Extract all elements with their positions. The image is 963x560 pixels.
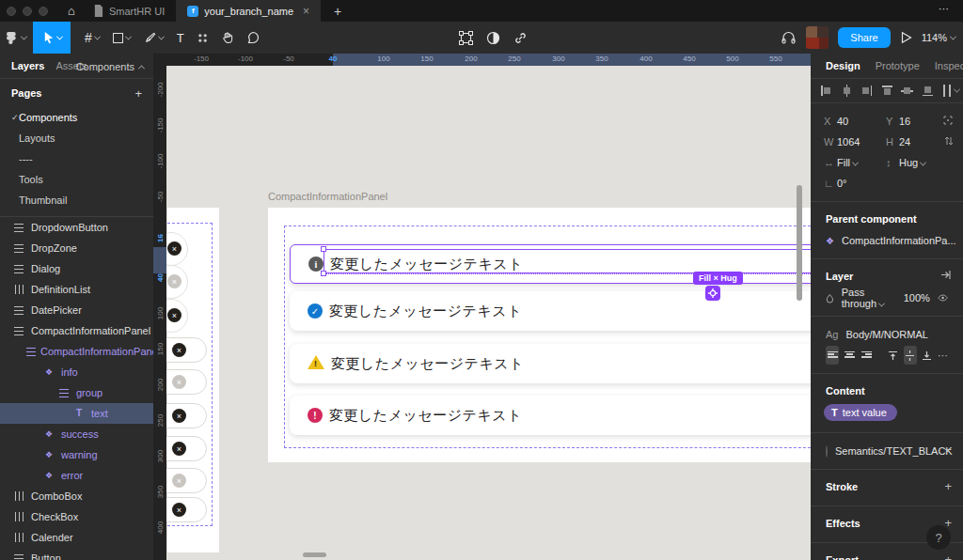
edit-object-icon[interactable] xyxy=(459,31,473,45)
layer-row-text[interactable]: Ttext xyxy=(0,403,153,424)
message-card-success[interactable]: ✓変更したメッセージテキスト xyxy=(290,291,811,331)
text-valign-bottom-button[interactable] xyxy=(921,346,934,365)
add-page-button[interactable]: + xyxy=(134,86,142,101)
x-input[interactable]: 40 xyxy=(837,116,886,127)
vertical-sizing-select[interactable]: Hug xyxy=(899,157,948,168)
color-style-row[interactable]: Semantics/TEXT_BLACK xyxy=(811,441,963,461)
window-menu-icon[interactable]: ⋯ xyxy=(939,3,950,15)
close-icon[interactable]: × xyxy=(167,308,182,322)
new-tab-button[interactable]: + xyxy=(334,4,341,19)
close-icon[interactable]: × xyxy=(172,503,186,517)
layer-row-calender[interactable]: Calender xyxy=(0,527,153,548)
layer-row-group[interactable]: group xyxy=(0,382,153,403)
file-tab-smarthr-ui[interactable]: SmartHR UI xyxy=(82,0,176,22)
text-valign-middle-button[interactable] xyxy=(904,346,917,365)
layer-row-compactinformationpanel[interactable]: CompactInformationPanel xyxy=(0,320,153,341)
help-button[interactable]: ? xyxy=(926,525,951,550)
hand-tool-button[interactable] xyxy=(214,22,240,54)
comment-tool-button[interactable] xyxy=(240,22,266,54)
mask-icon[interactable] xyxy=(486,31,500,45)
text-align-right-button[interactable] xyxy=(860,346,873,365)
layer-row-error[interactable]: ❖error xyxy=(0,465,153,486)
page-item-components[interactable]: ✓Components xyxy=(0,107,153,128)
layer-row-dialog[interactable]: Dialog xyxy=(0,258,153,279)
distribute-menu-icon[interactable] xyxy=(941,85,954,97)
tab-prototype[interactable]: Prototype xyxy=(876,60,920,71)
move-tool-button[interactable] xyxy=(33,22,71,54)
close-icon[interactable]: × xyxy=(167,274,182,288)
content-property-pill[interactable]: T text value xyxy=(824,404,897,421)
file-tab-your-branch[interactable]: f your_branch_name × xyxy=(176,0,321,22)
link-icon[interactable] xyxy=(513,31,528,45)
rotation-input[interactable]: 0° xyxy=(837,178,886,189)
align-horizontal-center-icon[interactable] xyxy=(841,85,853,97)
zoom-level-control[interactable]: 114% xyxy=(922,32,955,43)
share-button[interactable]: Share xyxy=(838,27,890,48)
page-item-layouts[interactable]: Layouts xyxy=(0,128,153,148)
autolayout-settings-button[interactable] xyxy=(705,286,720,301)
width-input[interactable]: 1064 xyxy=(837,136,886,148)
text-align-center-button[interactable] xyxy=(843,346,856,365)
align-bottom-icon[interactable] xyxy=(922,85,934,97)
height-input[interactable]: 24 xyxy=(899,136,948,148)
text-align-left-button[interactable] xyxy=(826,346,839,365)
type-details-button[interactable]: ⋯ xyxy=(938,350,948,362)
tab-layers[interactable]: Layers xyxy=(11,60,44,71)
selection-handle[interactable] xyxy=(321,246,326,252)
close-icon[interactable]: × xyxy=(172,474,186,488)
resources-tool-button[interactable] xyxy=(191,22,214,54)
opacity-input[interactable]: 100% xyxy=(904,292,930,303)
frame-label[interactable]: CompactInformationPanel xyxy=(268,191,387,202)
add-stroke-button[interactable]: + xyxy=(944,479,952,493)
layer-row-info[interactable]: ❖info xyxy=(0,362,153,382)
tab-inspect[interactable]: Inspect xyxy=(935,60,963,71)
align-left-icon[interactable] xyxy=(820,85,832,97)
traffic-light-minimize[interactable] xyxy=(23,7,32,16)
layer-row-datepicker[interactable]: DatePicker xyxy=(0,300,153,320)
y-input[interactable]: 16 xyxy=(899,116,948,127)
remove-fill-button[interactable]: − xyxy=(944,443,952,457)
headphones-icon[interactable] xyxy=(781,30,797,45)
align-vertical-center-icon[interactable] xyxy=(901,85,913,97)
home-icon[interactable]: ⌂ xyxy=(61,4,82,18)
shape-tool-button[interactable] xyxy=(106,22,137,54)
page-item-tools[interactable]: Tools xyxy=(0,169,153,190)
visibility-eye-icon[interactable] xyxy=(938,293,948,303)
layer-row-button[interactable]: Button xyxy=(0,548,153,560)
layer-jump-icon[interactable] xyxy=(939,269,952,283)
align-top-icon[interactable] xyxy=(881,85,893,97)
selection-handle[interactable] xyxy=(321,271,326,276)
traffic-light-close[interactable] xyxy=(7,7,16,16)
pen-tool-button[interactable] xyxy=(137,22,170,54)
text-valign-top-button[interactable] xyxy=(886,346,899,365)
library-selector[interactable]: Components xyxy=(76,61,144,72)
layer-row-warning[interactable]: ❖warning xyxy=(0,444,153,465)
close-icon[interactable]: × xyxy=(172,442,186,456)
canvas[interactable]: ××××××××× CompactInformationPanel i変更したメ… xyxy=(153,54,811,560)
layer-row-definitionlist[interactable]: DefinitionList xyxy=(0,279,153,300)
main-menu-button[interactable] xyxy=(0,22,33,54)
text-style-row[interactable]: Ag Body/M/NORMAL xyxy=(811,324,963,345)
blend-mode-select[interactable]: Pass through xyxy=(842,287,896,309)
layer-row-dropdownbutton[interactable]: DropdownButton xyxy=(0,217,153,238)
layer-row-success[interactable]: ❖success xyxy=(0,424,153,444)
constraints-target-icon[interactable] xyxy=(942,115,954,128)
parent-component-row[interactable]: ❖ CompactInformationPa... xyxy=(811,230,963,251)
message-card-warning[interactable]: !変更したメッセージテキスト xyxy=(290,344,811,383)
close-icon[interactable]: × xyxy=(172,343,186,357)
text-tool-button[interactable]: T xyxy=(170,22,191,54)
close-icon[interactable]: × xyxy=(172,375,186,389)
close-icon[interactable]: × xyxy=(172,409,186,423)
layer-row-checkbox[interactable]: CheckBox xyxy=(0,506,153,527)
frame-tool-button[interactable]: # xyxy=(78,22,106,54)
align-right-icon[interactable] xyxy=(860,85,873,97)
layer-row-compactinformationpanel[interactable]: CompactInformationPanel xyxy=(0,341,153,362)
close-tab-icon[interactable]: × xyxy=(303,5,309,18)
layer-row-combobox[interactable]: ComboBox xyxy=(0,486,153,506)
message-card-error[interactable]: !変更したメッセージテキスト xyxy=(290,396,811,435)
layer-row-dropzone[interactable]: DropZone xyxy=(0,238,153,258)
close-icon[interactable]: × xyxy=(167,241,182,256)
traffic-light-zoom[interactable] xyxy=(39,7,48,16)
swap-dimensions-icon[interactable] xyxy=(944,135,954,148)
canvas-vertical-scrollbar[interactable] xyxy=(797,185,802,301)
